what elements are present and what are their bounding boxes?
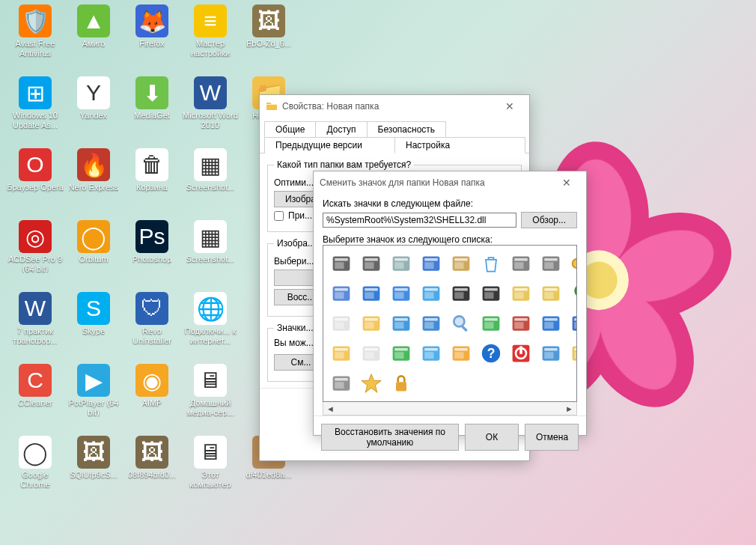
tab-security[interactable]: Безопасность (367, 121, 447, 137)
clipboard-icon[interactable] (448, 250, 475, 277)
tab-general[interactable]: Общие (264, 121, 316, 137)
change-icon-cancel-button[interactable]: Отмена (525, 424, 579, 451)
desktop-icon[interactable]: ▦Screenshot... (181, 220, 240, 281)
desktop-icon[interactable]: PsPhotoshop (123, 220, 181, 281)
svg-marker-117 (362, 374, 381, 393)
desktop-icon[interactable]: CCCleaner (6, 364, 64, 425)
desktop-icon[interactable]: ▦Screenshot... (181, 148, 240, 210)
eject-icon[interactable] (478, 310, 504, 337)
desktop-icon[interactable]: 🖥Этот компьютер (181, 436, 240, 497)
tab-access[interactable]: Доступ (315, 121, 367, 137)
svg-rect-29 (514, 262, 523, 269)
desktop-icon[interactable]: YYandex (64, 76, 123, 138)
settings-sm-icon[interactable] (537, 340, 564, 367)
desktop-icon[interactable]: SSkype (64, 292, 123, 353)
printer-icon[interactable] (358, 250, 385, 277)
usb-icon[interactable] (507, 310, 534, 337)
desktop-icon[interactable]: 🖥Домашний медиа-сер... (181, 364, 240, 425)
tree-icon[interactable] (567, 280, 577, 307)
desktop-icon[interactable]: 🖼SQlUfp9cS... (64, 436, 123, 497)
recycle-icon[interactable] (478, 250, 504, 277)
folder-y-icon[interactable] (358, 310, 385, 337)
blank2-icon[interactable] (358, 340, 385, 367)
folder-search-icon[interactable] (328, 340, 355, 367)
font-icon[interactable] (567, 310, 577, 337)
desktop-icon[interactable]: 🔥Nero Express (64, 148, 123, 210)
monitor2-icon[interactable] (418, 340, 445, 367)
desktop-icon[interactable]: 🖼EbO-Zd_6... (240, 4, 298, 66)
desktop-icon[interactable]: ⬇MediaGet (123, 76, 181, 138)
desktop-icon[interactable]: 🛡Revo Uninstaller (123, 292, 181, 353)
window-icon[interactable] (418, 250, 445, 277)
keypad-icon[interactable] (448, 340, 475, 367)
disc-doc-icon[interactable] (388, 250, 415, 277)
desktop-icon[interactable]: W7 практик трансфор... (6, 292, 64, 353)
network-icon[interactable] (418, 310, 445, 337)
desktop-icon[interactable]: 🌐Подключи... к интернет... (181, 292, 240, 353)
power-icon[interactable] (507, 340, 534, 367)
chip-icon[interactable] (328, 250, 355, 277)
desktop-icon-label: Браузер Opera (7, 183, 64, 192)
desktop-icon[interactable]: ◎ACDSee Pro 9 (64 bit) (6, 220, 64, 281)
svg-rect-59 (544, 292, 553, 299)
desktop-icon[interactable]: ≡Мастер настройки (181, 4, 240, 66)
globe3-icon[interactable] (388, 310, 415, 337)
properties-titlebar[interactable]: Свойства: Новая папка ✕ (260, 95, 529, 118)
blank-icon[interactable] (328, 310, 355, 337)
monitor-net-icon[interactable] (388, 280, 415, 307)
desktop-icon-label: Домашний медиа-сер... (182, 398, 239, 417)
svg-rect-118 (396, 382, 406, 391)
globe-net-icon[interactable] (358, 280, 385, 307)
install-icon[interactable] (328, 280, 355, 307)
change-icon-ok-button[interactable]: ОК (465, 424, 519, 451)
drive1-icon[interactable] (507, 280, 534, 307)
svg-rect-50 (454, 292, 463, 299)
change-icon-titlebar[interactable]: Сменить значок для папки Новая папка ✕ (314, 171, 586, 194)
star-icon[interactable] (358, 370, 385, 397)
app-icon: S (77, 292, 110, 325)
desktop-icon[interactable]: 🗑Корзина (123, 148, 181, 210)
svg-rect-87 (574, 322, 577, 329)
restore-defaults-button[interactable]: Восстановить значения по умолчанию (321, 424, 459, 451)
globe-disc-icon[interactable] (537, 250, 564, 277)
desktop-icon[interactable]: 🖼08f894bfd0... (123, 436, 181, 497)
desktop-icon[interactable]: WMicrosoft Word 2010 (181, 76, 240, 138)
drive2-icon[interactable] (537, 280, 564, 307)
svg-rect-77 (484, 318, 498, 321)
help-icon[interactable]: ? (478, 340, 504, 367)
scroll-right-icon[interactable]: ► (565, 404, 573, 413)
scroll-left-icon[interactable]: ◄ (326, 404, 335, 413)
arrow-sq-icon[interactable] (478, 280, 504, 307)
change-icon-close-button[interactable]: ✕ (553, 175, 580, 190)
desktop-icon[interactable]: ▶PotPlayer (64 bit) (64, 364, 123, 425)
refresh-icon[interactable] (388, 340, 415, 367)
apply-subfolders-checkbox[interactable] (274, 211, 284, 221)
svg-rect-110 (544, 352, 553, 359)
key-icon[interactable] (567, 250, 577, 277)
svg-rect-40 (365, 288, 378, 291)
icon-scrollbar[interactable]: ◄ ► (323, 402, 577, 415)
run-icon[interactable] (328, 370, 355, 397)
grid-icon[interactable] (507, 250, 534, 277)
svg-rect-28 (514, 258, 528, 261)
desktop-icon[interactable]: 🛡️Avast Free Antivirus (6, 4, 64, 66)
magnifier-icon[interactable] (448, 310, 475, 337)
desktop-icon[interactable]: OБраузер Opera (6, 148, 64, 210)
tab-customize[interactable]: Настройка (394, 137, 525, 153)
screen-icon[interactable] (418, 280, 445, 307)
icon-path-input[interactable] (323, 213, 516, 228)
desktop-icon[interactable]: ◯Orbitum (64, 220, 123, 281)
desktop-icon[interactable]: 🦊Firefox (123, 4, 181, 66)
desktop-icon[interactable]: ◯Google Chrome (6, 436, 64, 497)
cmd-icon[interactable] (448, 280, 475, 307)
tab-previous-versions[interactable]: Предыдущие версии (264, 137, 395, 153)
properties-close-button[interactable]: ✕ (496, 99, 523, 114)
desktop-icon[interactable]: ⊞Windows 10 Update As... (6, 76, 64, 138)
desktop-icon[interactable]: ◉AIMP (123, 364, 181, 425)
browse-button[interactable]: Обзор... (521, 212, 577, 228)
monitor-blue-icon[interactable] (537, 310, 564, 337)
desktop-icon[interactable]: ▲Амиго (64, 4, 123, 66)
tools-icon[interactable] (567, 340, 577, 367)
lock-icon[interactable] (388, 370, 415, 397)
svg-rect-63 (335, 318, 348, 321)
